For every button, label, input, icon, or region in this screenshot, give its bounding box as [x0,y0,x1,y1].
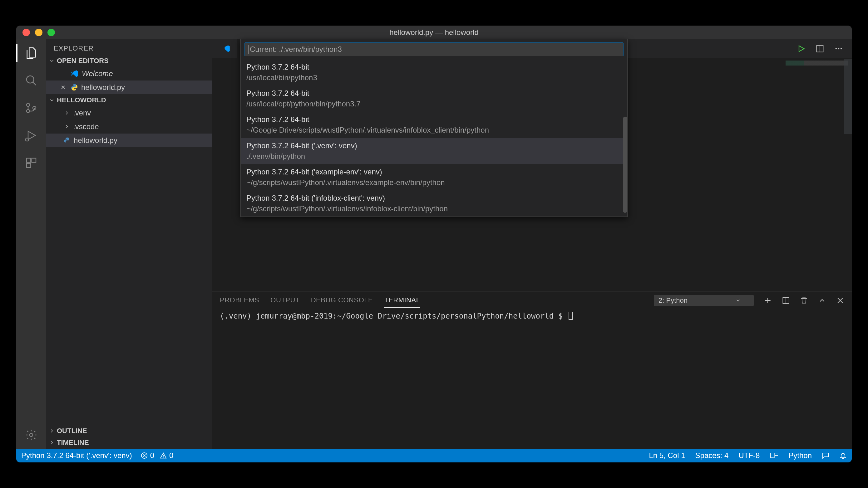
more-actions-button[interactable] [834,44,843,53]
tree-label: .venv [73,108,91,117]
run-button[interactable] [797,44,806,53]
extensions-icon [25,157,37,169]
source-control-icon [25,102,37,114]
chevron-down-icon [735,298,741,303]
status-interpreter[interactable]: Python 3.7.2 64-bit ('.venv': venv) [21,451,132,460]
open-editor-welcome[interactable]: Welcome [46,67,212,80]
error-icon [141,452,148,459]
quickpick-item[interactable]: Python 3.7.2 64-bit /usr/local/opt/pytho… [241,86,627,112]
qp-path: ~/Google Drive/scripts/wustlPython/.virt… [246,125,622,135]
split-editor-button[interactable] [815,44,824,53]
status-feedback[interactable] [822,452,829,459]
activity-debug[interactable] [24,128,39,143]
feedback-icon [822,452,829,459]
trash-icon [800,296,808,304]
status-right: Ln 5, Col 1 Spaces: 4 UTF-8 LF Python [649,451,847,460]
split-terminal-button[interactable] [782,296,790,304]
tab-actions [797,44,852,53]
bell-icon [839,452,847,459]
minimap-slider[interactable] [844,59,852,134]
window-minimize-button[interactable] [35,29,42,36]
error-count: 0 [150,451,154,460]
terminal-selector[interactable]: 2: Python [654,295,754,306]
qp-title: Python 3.7.2 64-bit [246,62,622,72]
timeline-header[interactable]: TIMELINE [46,437,212,449]
svg-rect-8 [32,158,36,162]
tab-debug-console[interactable]: DEBUG CONSOLE [311,293,373,308]
files-icon [25,47,37,59]
quickpick-item[interactable]: Python 3.7.2 64-bit ('example-env': venv… [241,164,627,190]
outline-header[interactable]: OUTLINE [46,425,212,437]
tree-file-helloworld[interactable]: helloworld.py [46,134,212,147]
chevron-right-icon [64,124,70,129]
chevron-down-icon [49,97,55,103]
svg-point-15 [838,48,840,50]
terminal-selector-label: 2: Python [658,296,687,304]
chevron-down-icon [49,58,55,64]
python-icon [70,84,78,91]
status-encoding[interactable]: UTF-8 [738,451,760,460]
svg-point-3 [27,109,30,112]
panel-tabs: PROBLEMS OUTPUT DEBUG CONSOLE TERMINAL 2… [212,292,852,309]
folder-header[interactable]: HELLOWORLD [46,94,212,106]
explorer-sidebar: EXPLORER OPEN EDITORS Welcome × he [46,39,212,449]
gear-icon [25,429,37,441]
terminal-cursor [568,312,573,320]
interpreter-label: Python 3.7.2 64-bit ('.venv': venv) [21,451,132,460]
qp-title: Python 3.7.2 64-bit [246,114,622,125]
quickpick-item-selected[interactable]: Python 3.7.2 64-bit ('.venv': venv) ./.v… [241,138,627,164]
open-editors-header[interactable]: OPEN EDITORS [46,55,212,67]
qp-path: ~/g/scripts/wustlPython/.virtualenvs/inf… [246,203,622,214]
status-indent[interactable]: Spaces: 4 [695,451,729,460]
window-close-button[interactable] [23,29,30,36]
tree-label: helloworld.py [74,136,117,145]
status-problems[interactable]: 0 0 [141,451,174,460]
tree-folder-venv[interactable]: .venv [46,106,212,120]
quickpick-item[interactable]: Python 3.7.2 64-bit ('infoblox-client': … [241,190,627,217]
tree-label: .vscode [73,122,99,131]
sidebar-bottom: OUTLINE TIMELINE [46,425,212,449]
close-panel-button[interactable] [836,296,844,304]
status-position[interactable]: Ln 5, Col 1 [649,451,685,460]
new-terminal-button[interactable] [764,296,772,304]
terminal-output[interactable]: (.venv) jemurray@mbp-2019:~/Google Drive… [212,309,852,449]
activity-search[interactable] [24,73,39,88]
tree-folder-vscode[interactable]: .vscode [46,120,212,134]
tab-output[interactable]: OUTPUT [270,293,300,308]
timeline-label: TIMELINE [57,439,89,447]
minimap[interactable] [785,61,848,66]
status-language[interactable]: Python [788,451,812,460]
quickpick-input[interactable]: Current: ./.venv/bin/python3 [245,42,623,56]
run-debug-icon [25,129,37,142]
kill-terminal-button[interactable] [800,296,808,304]
quickpick-item[interactable]: Python 3.7.2 64-bit /usr/local/bin/pytho… [241,59,627,86]
vscode-window: helloworld.py — helloworld [16,26,852,462]
text-cursor [249,45,249,54]
quickpick-scrollbar[interactable] [623,117,627,213]
open-editor-helloworld[interactable]: × helloworld.py [46,80,212,94]
window-zoom-button[interactable] [48,29,55,36]
svg-rect-9 [27,163,31,168]
status-eol[interactable]: LF [770,451,778,460]
activity-settings[interactable] [24,427,39,443]
activity-explorer[interactable] [24,45,39,61]
activity-bar [16,39,46,449]
editor-label: Welcome [82,69,113,78]
quickpick-item[interactable]: Python 3.7.2 64-bit ~/Google Drive/scrip… [241,112,627,138]
activity-scm[interactable] [24,100,39,116]
status-notifications[interactable] [839,452,847,459]
maximize-panel-button[interactable] [818,296,826,304]
quickpick-placeholder: Current: ./.venv/bin/python3 [250,45,342,54]
outline-label: OUTLINE [57,427,87,435]
svg-point-27 [163,457,164,457]
titlebar: helloworld.py — helloworld [16,26,852,39]
chevron-right-icon [49,440,55,446]
tab-problems[interactable]: PROBLEMS [220,293,259,308]
activity-extensions[interactable] [24,155,39,170]
tab-welcome[interactable] [216,39,237,58]
close-icon[interactable]: × [59,83,67,92]
svg-point-0 [27,76,34,83]
qp-title: Python 3.7.2 64-bit ('example-env': venv… [246,167,622,177]
tab-terminal[interactable]: TERMINAL [384,293,420,308]
qp-path: ~/g/scripts/wustlPython/.virtualenvs/exa… [246,177,622,188]
